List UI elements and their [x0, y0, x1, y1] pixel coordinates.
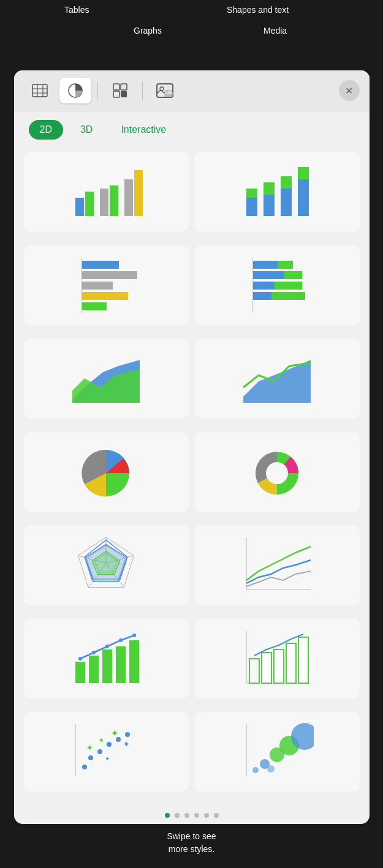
svg-point-68	[119, 638, 123, 642]
shapes-annotation: Shapes and text	[227, 5, 289, 15]
svg-rect-32	[82, 282, 113, 290]
insert-panel: ✕ 2D 3D Interactive	[14, 70, 370, 824]
tables-annotation: Tables	[64, 5, 89, 15]
tab-interactive[interactable]: Interactive	[110, 120, 177, 140]
radar-chart[interactable]	[24, 525, 189, 605]
svg-point-69	[132, 634, 136, 637]
stacked-bar-chart[interactable]	[195, 152, 360, 231]
svg-rect-30	[82, 261, 119, 269]
page-dot-5	[204, 813, 209, 818]
svg-text:✦: ✦	[105, 755, 110, 762]
svg-rect-16	[85, 192, 94, 216]
svg-rect-15	[75, 198, 84, 216]
svg-rect-26	[281, 176, 292, 189]
swipe-hint: Swipe to seemore styles.	[167, 824, 216, 868]
svg-rect-28	[298, 167, 309, 179]
svg-rect-7	[121, 91, 127, 97]
close-button[interactable]: ✕	[339, 80, 360, 101]
svg-point-90	[252, 767, 259, 773]
svg-text:✦: ✦	[123, 740, 129, 749]
svg-point-67	[105, 645, 109, 648]
scatter-chart[interactable]: ✦ ✦ ✦ ✦ ✦	[24, 712, 189, 791]
svg-rect-8	[121, 84, 127, 90]
svg-point-81	[107, 742, 112, 747]
tab-2d[interactable]: 2D	[29, 120, 63, 140]
bubble-chart[interactable]	[195, 712, 360, 791]
chart-type-tabs: 2D 3D Interactive	[14, 111, 370, 146]
close-icon: ✕	[345, 85, 353, 97]
media-tab-button[interactable]	[149, 78, 181, 103]
svg-rect-37	[278, 261, 293, 269]
svg-rect-31	[82, 271, 137, 279]
svg-rect-38	[253, 271, 284, 279]
page-dot-3	[184, 813, 189, 818]
top-annotations: Tables Graphs Shapes and text Media	[0, 0, 383, 70]
svg-rect-6	[113, 84, 119, 90]
svg-point-78	[82, 765, 87, 769]
svg-rect-41	[275, 282, 302, 290]
pie-chart[interactable]	[24, 432, 189, 512]
svg-rect-74	[274, 649, 284, 683]
svg-point-80	[97, 749, 102, 754]
svg-rect-24	[264, 182, 275, 195]
page-dot-4	[194, 813, 199, 818]
svg-rect-60	[75, 662, 85, 683]
mixed-bar-line-chart[interactable]	[24, 619, 189, 698]
page-dot-1	[165, 813, 170, 818]
svg-rect-27	[298, 179, 309, 216]
svg-rect-72	[249, 659, 259, 683]
tab-3d[interactable]: 3D	[69, 120, 104, 140]
toolbar-divider	[97, 81, 98, 100]
charts-grid: ✦ ✦ ✦ ✦ ✦	[14, 146, 370, 806]
svg-rect-34	[82, 302, 107, 310]
svg-rect-73	[262, 653, 271, 683]
svg-point-83	[125, 732, 130, 737]
svg-point-79	[88, 755, 93, 760]
media-annotation: Media	[264, 26, 287, 36]
svg-text:✦: ✦	[86, 744, 93, 752]
svg-rect-75	[286, 643, 296, 683]
line-chart[interactable]	[195, 525, 360, 605]
area-chart[interactable]	[24, 339, 189, 418]
svg-rect-33	[82, 292, 128, 300]
donut-chart[interactable]	[195, 432, 360, 512]
svg-rect-21	[246, 198, 257, 216]
toolbar: ✕	[14, 70, 370, 111]
page-dot-2	[175, 813, 180, 818]
svg-point-65	[78, 657, 82, 660]
svg-point-46	[266, 462, 288, 484]
svg-point-14	[165, 92, 167, 94]
svg-rect-39	[284, 271, 302, 279]
toolbar-divider-2	[142, 81, 143, 100]
page-indicator	[14, 806, 370, 824]
svg-rect-0	[32, 84, 47, 97]
graphs-tab-button[interactable]	[59, 78, 91, 103]
svg-rect-19	[124, 179, 133, 216]
grouped-bar-chart[interactable]	[24, 152, 189, 231]
svg-rect-64	[129, 640, 139, 683]
svg-text:✦: ✦	[111, 728, 118, 738]
svg-rect-40	[253, 282, 275, 290]
svg-rect-42	[253, 292, 271, 300]
horizontal-bar-chart[interactable]	[24, 245, 189, 325]
graphs-annotation: Graphs	[134, 26, 162, 36]
svg-rect-61	[89, 656, 99, 683]
svg-rect-62	[102, 649, 112, 683]
svg-rect-23	[264, 195, 275, 216]
tables-tab-button[interactable]	[24, 78, 56, 103]
line-area-chart[interactable]	[195, 339, 360, 418]
svg-rect-22	[246, 189, 257, 198]
svg-rect-43	[271, 292, 305, 300]
svg-rect-17	[100, 189, 108, 216]
svg-rect-63	[116, 646, 126, 683]
svg-point-66	[92, 651, 96, 654]
stacked-horizontal-bar-chart[interactable]	[195, 245, 360, 325]
svg-rect-18	[110, 185, 118, 216]
svg-rect-20	[134, 170, 143, 216]
svg-point-95	[267, 765, 275, 773]
bar-outline-chart[interactable]	[195, 619, 360, 698]
svg-rect-36	[253, 261, 278, 269]
svg-rect-76	[298, 637, 308, 683]
svg-text:✦: ✦	[99, 737, 104, 744]
shapes-tab-button[interactable]	[104, 78, 136, 103]
